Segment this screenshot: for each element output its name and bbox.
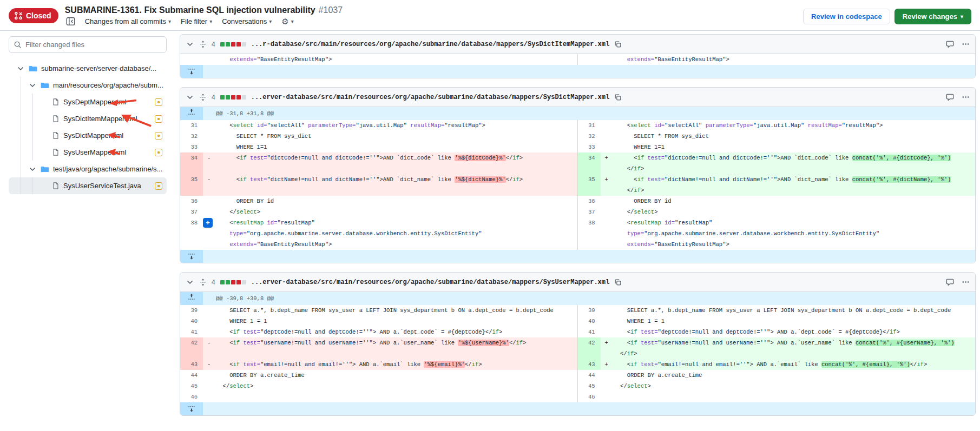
- split-diff-table: extends="BaseEntityResultMap"> extends="…: [180, 54, 975, 65]
- expand-hunk-button[interactable]: [180, 107, 203, 120]
- kebab-icon[interactable]: [962, 278, 970, 286]
- new-line-number[interactable]: 46: [578, 392, 601, 402]
- diffstat-square: [231, 95, 235, 100]
- old-line-number[interactable]: 38: [180, 217, 203, 250]
- tree-indent-guide: [21, 161, 21, 177]
- comment-icon[interactable]: [946, 40, 954, 48]
- diffstat-square: [242, 280, 246, 284]
- file-tree-item-sysuserservicetest-java[interactable]: SysUserServiceTest.java: [9, 177, 167, 194]
- hunk-header: @@ -39,8 +39,8 @@: [203, 292, 975, 305]
- old-line-number[interactable]: 33: [180, 142, 203, 152]
- filter-changed-files-input[interactable]: [9, 36, 167, 53]
- old-line-number[interactable]: 32: [180, 131, 203, 142]
- diff-header-actions: [946, 278, 970, 286]
- new-line-number[interactable]: 34: [578, 152, 601, 174]
- diff-line-row: 4646: [180, 392, 975, 402]
- file-tree-folder[interactable]: submarine-server/server-database/...: [9, 60, 167, 77]
- expand-down-button[interactable]: [180, 402, 203, 415]
- comment-icon[interactable]: [946, 93, 954, 101]
- new-line-number[interactable]: 35: [578, 174, 601, 196]
- chevron-down-icon[interactable]: [186, 93, 194, 102]
- new-line-number[interactable]: 41: [578, 327, 601, 337]
- new-line-number[interactable]: 44: [578, 370, 601, 381]
- file-tree-folder[interactable]: main/resources/org/apache/subm...: [9, 77, 167, 94]
- file-tree-item-sysdictitemmapper-xml[interactable]: SysDictItemMapper.xml: [9, 110, 167, 127]
- deletion-marker: -: [207, 174, 211, 185]
- expand-down-button[interactable]: [180, 250, 203, 263]
- copy-icon[interactable]: [614, 41, 622, 48]
- drag-handle-icon[interactable]: [199, 93, 207, 102]
- old-line-number[interactable]: 37: [180, 207, 203, 217]
- chevron-down-icon[interactable]: [186, 278, 194, 287]
- chevron-down-icon[interactable]: [16, 64, 25, 73]
- old-line-number[interactable]: [180, 54, 203, 65]
- old-line-number[interactable]: 43: [180, 359, 203, 370]
- new-line-number[interactable]: 36: [578, 196, 601, 207]
- new-line-number[interactable]: 33: [578, 142, 601, 152]
- expand-down-button[interactable]: [180, 65, 203, 78]
- review-in-codespace-button[interactable]: Review in codespace: [803, 9, 890, 24]
- kebab-icon[interactable]: [962, 93, 970, 101]
- old-line-number[interactable]: 41: [180, 327, 203, 337]
- expand-down-strip: [203, 65, 975, 78]
- diffstat-square: [226, 280, 230, 284]
- diff-line-row: 40 WHERE 1 = 140 WHERE 1 = 1: [180, 316, 975, 327]
- diff-file-card: 4...erver-database/src/main/resources/or…: [180, 272, 976, 416]
- review-changes-button[interactable]: Review changes▾: [895, 9, 971, 24]
- diffstat-square: [220, 42, 225, 47]
- old-line-number[interactable]: 46: [180, 392, 203, 402]
- file-tree-item-sysdeptmapper-xml[interactable]: SysDeptMapper.xml: [9, 94, 167, 110]
- new-line-number[interactable]: 43: [578, 359, 601, 370]
- copy-icon[interactable]: [614, 94, 622, 101]
- collapse-sidebar-icon[interactable]: [66, 17, 75, 26]
- file-tree-folder[interactable]: test/java/org/apache/submarine/s...: [9, 161, 167, 177]
- diff-line-row: 33 WHERE 1=133 WHERE 1=1: [180, 142, 975, 152]
- new-line-number[interactable]: 38: [578, 217, 601, 250]
- conversations-dropdown[interactable]: Conversations▾: [222, 17, 272, 25]
- old-line-number[interactable]: 31: [180, 120, 203, 131]
- diff-toolbar: Changes from all commits▾ File filter▾ C…: [66, 17, 343, 26]
- expand-down-row[interactable]: [180, 402, 975, 415]
- old-line-number[interactable]: 45: [180, 381, 203, 392]
- file-tree-item-sysdictmapper-xml[interactable]: SysDictMapper.xml: [9, 127, 167, 144]
- hunk-header: @@ -31,8 +31,8 @@: [203, 107, 975, 120]
- file-filter-dropdown[interactable]: File filter▾: [181, 17, 212, 25]
- new-line-number[interactable]: 40: [578, 316, 601, 327]
- file-tree-item-sysusermapper-xml[interactable]: SysUserMapper.xml: [9, 144, 167, 161]
- copy-icon[interactable]: [614, 279, 622, 286]
- expand-hunk-button[interactable]: [180, 292, 203, 305]
- old-line-number[interactable]: 39: [180, 305, 203, 316]
- old-line-number[interactable]: 36: [180, 196, 203, 207]
- diff-settings-dropdown[interactable]: ⚙▾: [281, 19, 293, 24]
- changes-from-dropdown[interactable]: Changes from all commits▾: [85, 17, 171, 25]
- chevron-down-icon[interactable]: [28, 81, 37, 90]
- expand-down-row[interactable]: [180, 250, 975, 263]
- drag-handle-icon[interactable]: [199, 40, 207, 49]
- new-line-number[interactable]: 45: [578, 381, 601, 392]
- expand-up-icon: [188, 293, 195, 301]
- tree-indent-guide: [21, 144, 21, 161]
- old-line-number[interactable]: 34: [180, 152, 203, 174]
- old-line-number[interactable]: 44: [180, 370, 203, 381]
- kebab-icon[interactable]: [962, 40, 970, 48]
- old-line-number[interactable]: 42: [180, 337, 203, 359]
- diffstat-square: [220, 95, 225, 100]
- old-line-number[interactable]: 40: [180, 316, 203, 327]
- old-line-code: SELECT a.*, b.dept_name FROM sys_user a …: [203, 305, 578, 316]
- chevron-down-icon[interactable]: [28, 165, 37, 174]
- new-line-number[interactable]: [578, 54, 601, 65]
- expand-down-row[interactable]: [180, 65, 975, 78]
- add-comment-button[interactable]: +: [203, 218, 213, 228]
- new-line-number[interactable]: 39: [578, 305, 601, 316]
- diff-file-card: 4...r-database/src/main/resources/org/ap…: [180, 34, 976, 78]
- diffstat: [220, 280, 246, 284]
- diffstat-square: [242, 42, 246, 47]
- new-line-number[interactable]: 37: [578, 207, 601, 217]
- new-line-number[interactable]: 31: [578, 120, 601, 131]
- comment-icon[interactable]: [946, 278, 954, 286]
- new-line-number[interactable]: 42: [578, 337, 601, 359]
- old-line-number[interactable]: 35: [180, 174, 203, 196]
- new-line-number[interactable]: 32: [578, 131, 601, 142]
- drag-handle-icon[interactable]: [199, 278, 207, 287]
- chevron-down-icon[interactable]: [186, 40, 194, 49]
